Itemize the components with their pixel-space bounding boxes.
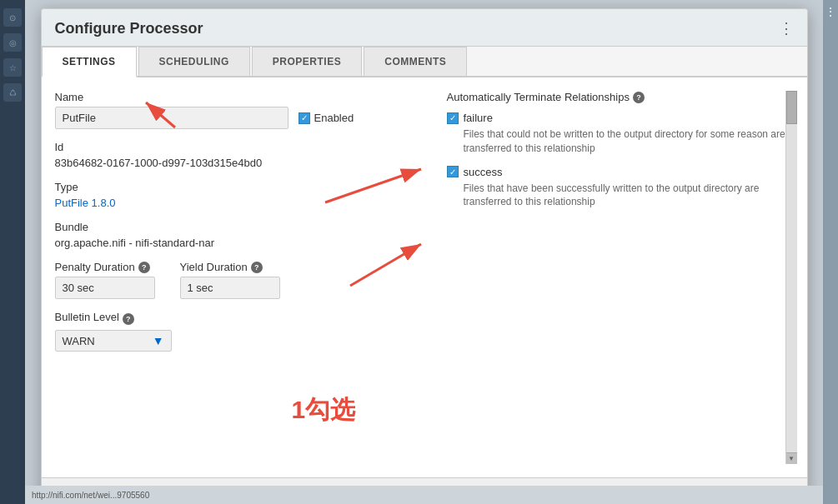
penalty-duration-label: Penalty Duration ? — [55, 261, 155, 273]
tabs-bar: SETTINGS SCHEDULING PROPERTIES COMMENTS — [42, 47, 807, 77]
tab-scheduling[interactable]: SCHEDULING — [138, 47, 250, 76]
dialog-body: Name PutFile ✓ Enabled Id 83b64682-0167-… — [42, 77, 807, 477]
type-field-group: Type PutFile 1.8.0 — [55, 181, 422, 209]
configure-processor-dialog: Configure Processor ⋮ SETTINGS SCHEDULIN… — [41, 8, 808, 504]
dropdown-arrow-icon: ▼ — [153, 334, 164, 347]
bulletin-help-icon[interactable]: ? — [123, 313, 134, 325]
left-column: Name PutFile ✓ Enabled Id 83b64682-0167-… — [55, 91, 422, 464]
yield-duration-input[interactable]: 1 sec — [180, 277, 280, 299]
type-label: Type — [55, 181, 422, 193]
yield-duration-label: Yield Duration ? — [180, 261, 280, 273]
bundle-label: Bundle — [55, 221, 422, 233]
penalty-duration-field: Penalty Duration ? 30 sec — [55, 261, 155, 299]
relationship-success: ✓ success Files that have been successfu… — [447, 166, 794, 210]
dialog-header: Configure Processor ⋮ — [42, 9, 807, 47]
id-field-group: Id 83b64682-0167-1000-d997-103d315e4bd0 — [55, 141, 422, 169]
bulletin-level-field-group: Bulletin Level ? WARN ▼ — [55, 311, 422, 352]
sidebar-icon-1[interactable]: ⊙ — [3, 8, 22, 27]
penalty-duration-input[interactable]: 30 sec — [55, 277, 155, 299]
success-name: success — [464, 166, 503, 178]
bottom-url: http://nifi.com/net/wei...9705560 — [32, 491, 149, 500]
bulletin-label-row: Bulletin Level ? — [55, 311, 422, 327]
relationships-help-icon[interactable]: ? — [633, 92, 645, 103]
dialog-title: Configure Processor — [55, 20, 203, 37]
bulletin-level-select[interactable]: WARN ▼ — [55, 330, 172, 352]
failure-checkbox[interactable]: ✓ — [447, 112, 459, 124]
left-sidebar: ⊙ ◎ ☆ ♺ — [0, 0, 25, 504]
penalty-help-icon[interactable]: ? — [138, 262, 150, 273]
duration-fields: Penalty Duration ? 30 sec Yield Duration… — [55, 261, 422, 299]
id-value: 83b64682-0167-1000-d997-103d315e4bd0 — [55, 157, 422, 169]
sidebar-icon-2[interactable]: ◎ — [3, 33, 22, 52]
scrollbar-down-arrow[interactable]: ▼ — [786, 452, 797, 464]
sidebar-icon-4[interactable]: ♺ — [3, 83, 22, 102]
name-input[interactable]: PutFile — [55, 107, 289, 129]
right-column: Automatically Terminate Relationships ? … — [439, 91, 794, 464]
bundle-field-group: Bundle org.apache.nifi - nifi-standard-n… — [55, 221, 422, 249]
sidebar-icon-3[interactable]: ☆ — [3, 58, 22, 77]
right-sidebar-icon: ⋮ — [825, 5, 836, 18]
yield-help-icon[interactable]: ? — [251, 262, 263, 273]
failure-description: Files that could not be written to the o… — [447, 127, 794, 156]
scrollbar-thumb[interactable] — [786, 91, 797, 124]
success-description: Files that have been successfully writte… — [447, 182, 794, 210]
tab-comments[interactable]: COMMENTS — [364, 47, 467, 76]
relationship-failure: ✓ failure Files that could not be writte… — [447, 112, 794, 156]
enabled-checkbox-label: ✓ Enabled — [299, 112, 354, 124]
type-value: PutFile 1.8.0 — [55, 197, 422, 209]
bulletin-level-value: WARN — [63, 335, 95, 347]
bottom-bar: http://nifi.com/net/wei...9705560 — [25, 486, 823, 504]
id-label: Id — [55, 141, 422, 153]
failure-header: ✓ failure — [447, 112, 794, 124]
enabled-text: Enabled — [314, 112, 354, 124]
name-field-row: PutFile ✓ Enabled — [55, 107, 422, 129]
success-checkbox[interactable]: ✓ — [447, 166, 459, 177]
relationships-title: Automatically Terminate Relationships ? — [447, 91, 794, 103]
dialog-overlay: Configure Processor ⋮ SETTINGS SCHEDULIN… — [25, 0, 823, 504]
yield-duration-field: Yield Duration ? 1 sec — [180, 261, 280, 299]
name-field-group: Name PutFile ✓ Enabled — [55, 91, 422, 129]
right-sidebar: ⋮ — [823, 0, 838, 504]
scrollbar[interactable]: ▼ — [785, 91, 797, 464]
bundle-value: org.apache.nifi - nifi-standard-nar — [55, 237, 422, 249]
failure-name: failure — [464, 112, 493, 124]
enabled-checkbox[interactable]: ✓ — [299, 112, 310, 124]
tab-settings[interactable]: SETTINGS — [42, 47, 137, 77]
dialog-menu-icon[interactable]: ⋮ — [779, 19, 794, 37]
bulletin-level-label: Bulletin Level — [55, 311, 119, 323]
name-label: Name — [55, 91, 422, 103]
tab-properties[interactable]: PROPERTIES — [252, 47, 362, 76]
success-header: ✓ success — [447, 166, 794, 178]
